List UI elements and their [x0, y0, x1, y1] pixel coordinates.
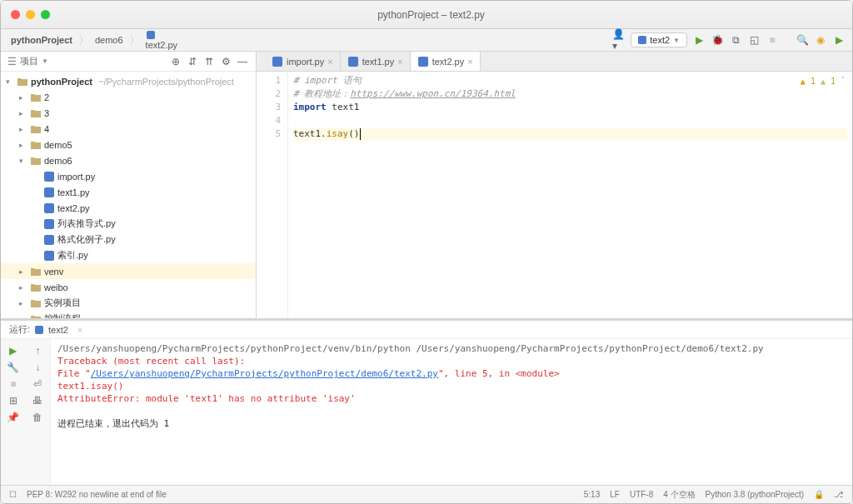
line-gutter: 12345 [257, 72, 288, 318]
tree-file[interactable]: 索引.py [1, 247, 256, 263]
event-log-icon[interactable]: ☐ [9, 490, 17, 499]
print-icon[interactable]: 🖶 [26, 392, 51, 409]
code-line[interactable]: text1.isay() [293, 127, 847, 141]
search-icon[interactable]: 🔍 [796, 33, 809, 47]
svg-rect-3 [44, 187, 54, 197]
more-icon[interactable]: ▶ [832, 33, 846, 47]
sidebar-menu-icon[interactable]: ☰ [7, 56, 17, 67]
breadcrumb-item[interactable]: pythonProject [7, 33, 76, 47]
zoom-window-icon[interactable] [41, 10, 50, 19]
code-line[interactable] [293, 114, 847, 127]
trash-icon[interactable]: 🗑 [26, 409, 51, 426]
layout-icon[interactable]: ⊞ [1, 392, 26, 409]
coverage-icon[interactable]: ⧉ [729, 33, 742, 47]
stop-icon[interactable]: ■ [1, 376, 26, 392]
tree-file[interactable]: import.py [1, 168, 256, 184]
editor-pane: import.py×text1.py×text2.py× 12345 ▲1 ▲1… [257, 52, 852, 318]
editor-body: 12345 ▲1 ▲1 ˇ # import 语句# 教程地址：https://… [257, 72, 852, 318]
code-area[interactable]: ▲1 ▲1 ˇ # import 语句# 教程地址：https://www.wp… [288, 72, 852, 318]
svg-rect-2 [44, 172, 54, 182]
breadcrumb-item[interactable]: text2.py [142, 28, 182, 52]
status-pep[interactable]: PEP 8: W292 no newline at end of file [27, 490, 167, 499]
python-file-icon [43, 234, 55, 246]
tree-folder[interactable]: ▸weibo [1, 279, 256, 295]
collapse-icon[interactable]: ⇈ [202, 55, 216, 68]
folder-icon [30, 297, 42, 309]
status-interpreter[interactable]: Python 3.8 (pythonProject) [706, 490, 804, 499]
close-icon[interactable]: × [467, 57, 472, 67]
code-line[interactable] [293, 141, 847, 154]
status-encoding[interactable]: UTF-8 [630, 490, 653, 499]
status-indent[interactable]: 4 个空格 [663, 489, 695, 501]
run-header: 运行: text2 × [1, 321, 852, 339]
editor-tab[interactable]: text2.py× [411, 52, 481, 71]
down-icon[interactable]: ↓ [26, 359, 51, 376]
python-file-icon [43, 187, 55, 198]
tree-file[interactable]: 格式化例子.py [1, 232, 256, 247]
status-lineend[interactable]: LF [610, 490, 620, 499]
tree-folder[interactable]: ▸2 [1, 89, 256, 105]
wrap-icon[interactable]: ⏎ [26, 376, 51, 392]
stop-icon[interactable]: ■ [766, 33, 779, 47]
pin-icon[interactable]: 📌 [1, 409, 26, 426]
close-icon[interactable]: × [327, 57, 332, 67]
python-file-icon [43, 171, 55, 182]
tree-file[interactable]: text1.py [1, 184, 256, 200]
tree-folder[interactable]: ▸4 [1, 121, 256, 137]
window-title: pythonProject – text2.py [60, 9, 802, 21]
close-window-icon[interactable] [11, 10, 20, 19]
lock-icon[interactable]: 🔒 [814, 490, 824, 499]
sidebar-title: 项目 [20, 55, 38, 67]
tree-folder[interactable]: ▸实例项目 [1, 295, 256, 311]
code-line[interactable]: # 教程地址：https://www.wpon.cn/19364.html [293, 87, 847, 101]
status-position[interactable]: 5:13 [584, 490, 600, 499]
branch-icon[interactable]: ⎇ [834, 490, 844, 499]
user-icon[interactable]: 👤▾ [612, 33, 626, 47]
tool-icon[interactable]: 🔧 [1, 359, 26, 376]
tree-folder[interactable]: ▸venv [1, 263, 256, 279]
hide-icon[interactable]: — [236, 55, 249, 68]
code-line[interactable]: # import 语句 [293, 74, 847, 87]
folder-icon [17, 76, 28, 87]
profile-icon[interactable]: ◱ [747, 33, 761, 47]
chevron-down-icon[interactable]: ▼ [42, 57, 48, 65]
run-config-select[interactable]: text2 ▼ [631, 32, 687, 47]
chevron-icon: ˇ [841, 75, 846, 88]
up-icon[interactable]: ↑ [26, 342, 51, 359]
tree-folder[interactable]: ▸控制流程 [1, 311, 256, 318]
folder-icon [30, 266, 42, 277]
inspection-badges[interactable]: ▲1 ▲1 ˇ [801, 75, 846, 88]
breadcrumb-item[interactable]: demo6 [92, 33, 127, 47]
folder-icon [30, 92, 42, 103]
minimize-window-icon[interactable] [26, 10, 35, 19]
run-tab-label[interactable]: text2 [48, 325, 68, 335]
close-icon[interactable]: × [73, 323, 87, 337]
tree-file[interactable]: text2.py [1, 200, 256, 216]
run-config-label: text2 [650, 35, 670, 45]
debug-icon[interactable]: 🐞 [711, 33, 724, 47]
expand-icon[interactable]: ⇵ [186, 55, 199, 68]
run-toolbar: ▶ ↑ 🔧 ↓ ■ ⏎ ⊞ 🖶 📌 🗑 [1, 339, 51, 485]
tree-root[interactable]: ▾pythonProject~/PycharmProjects/pythonPr… [1, 73, 256, 89]
code-line[interactable]: import text1 [293, 101, 847, 114]
project-sidebar: ☰ 项目 ▼ ⊕ ⇵ ⇈ ⚙ — ▾pythonProject~/Pycharm… [1, 52, 257, 318]
tree-folder[interactable]: ▾demo6 [1, 152, 256, 168]
gear-icon[interactable]: ⚙ [219, 55, 232, 68]
python-file-icon [146, 30, 156, 40]
run-icon[interactable]: ▶ [692, 33, 706, 47]
settings-icon[interactable]: ◉ [814, 33, 827, 47]
traceback-link[interactable]: /Users/yanshuopeng/PycharmProjects/pytho… [91, 368, 438, 379]
console-line: text1.isay() [57, 380, 846, 392]
editor-tab[interactable]: import.py× [265, 52, 341, 71]
console-output[interactable]: /Users/yanshuopeng/PycharmProjects/pytho… [51, 339, 852, 485]
console-line: File "/Users/yanshuopeng/PycharmProjects… [57, 367, 846, 380]
locate-icon[interactable]: ⊕ [169, 55, 182, 68]
tree-file[interactable]: 列表推导式.py [1, 216, 256, 232]
tree-folder[interactable]: ▸3 [1, 105, 256, 121]
editor-tab[interactable]: text1.py× [341, 52, 411, 71]
project-tree[interactable]: ▾pythonProject~/PycharmProjects/pythonPr… [1, 72, 256, 318]
python-file-icon [272, 56, 283, 67]
rerun-icon[interactable]: ▶ [1, 342, 26, 359]
close-icon[interactable]: × [397, 57, 402, 67]
tree-folder[interactable]: ▸demo5 [1, 137, 256, 152]
